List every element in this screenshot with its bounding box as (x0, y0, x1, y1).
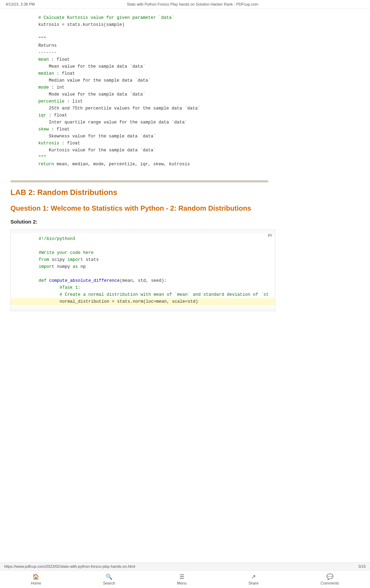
url-bar: https://www.pdfcup.com/2023/02/stats-wit… (0, 563, 370, 570)
home-icon: 🏠 (32, 573, 39, 580)
page-title: Stats with Python Fresco Play hands on S… (127, 2, 258, 6)
bottom-nav: 🏠 Home 🔍 Search ☰ Menu ↗ Share 💬 Comment… (0, 570, 370, 588)
nav-menu-label: Menu (177, 581, 187, 585)
question-heading: Question 1: Welcome to Statistics with P… (10, 203, 275, 213)
menu-icon: ☰ (179, 573, 184, 580)
nav-search-label: Search (103, 581, 115, 585)
nav-menu[interactable]: ☰ Menu (177, 573, 187, 585)
comments-icon: 💬 (326, 573, 333, 580)
page-number: 3/15 (359, 564, 366, 568)
nav-comments-label: Comments (321, 581, 339, 585)
code-line: Median value for the sample data `data` (10, 77, 275, 84)
code-line: percentile : list (10, 98, 275, 105)
code-line-task: #Task 1: (11, 284, 275, 291)
code-line-import1: from scipy import stats (11, 256, 275, 263)
share-icon: ↗ (251, 573, 256, 580)
code-line: # Calcuate Kurtosis value for given para… (10, 14, 275, 21)
code-line: Returns (10, 42, 275, 49)
code-line-blank2 (11, 270, 275, 277)
main-content: # Calcuate Kurtosis value for given para… (0, 9, 286, 318)
solution-heading: Solution 2: (10, 219, 275, 225)
nav-comments[interactable]: 💬 Comments (321, 573, 339, 585)
nav-share-label: Share (248, 581, 259, 585)
top-bar: 4/13/23, 3:38 PM Stats with Python Fresc… (0, 0, 370, 9)
code-line: mode : int (10, 84, 275, 91)
code-line-comment: #Write your code here (11, 249, 275, 256)
url-text: https://www.pdfcup.com/2023/02/stats-wit… (4, 564, 135, 568)
code-line-def: def compute_absolute_difference(mean, st… (11, 277, 275, 284)
code-line-highlight: normal_distribution = stats.norm(loc=mea… (11, 298, 275, 305)
code-line (10, 28, 275, 35)
code-line: kutrosis : float (10, 140, 275, 147)
code-line: median : float (10, 70, 275, 77)
code-line: 25th and 75th percentile values for the … (10, 105, 275, 112)
section-divider (10, 180, 268, 182)
code-line: """ (10, 35, 275, 42)
code-line: mean : float (10, 56, 275, 63)
code-line: Skewness value for the sample data `data… (10, 133, 275, 140)
code-line-import2: import numpy as np (11, 263, 275, 270)
code-line: """ (10, 154, 275, 161)
code-block-2: .py #!/bin/python3 #Write your code here… (10, 229, 275, 311)
code-line: ------- (10, 49, 275, 56)
nav-home-label: Home (31, 581, 41, 585)
nav-home[interactable]: 🏠 Home (31, 573, 41, 585)
code-line-shebang: #!/bin/python3 (11, 235, 275, 242)
code-line-task-desc: # Create a normal distribution with mean… (11, 291, 275, 298)
nav-search[interactable]: 🔍 Search (103, 573, 115, 585)
code-block-2-inner: #!/bin/python3 #Write your code here fro… (11, 233, 275, 307)
code-block-1: # Calcuate Kurtosis value for given para… (10, 12, 275, 170)
code-line: Mode value for the sample data `data` (10, 91, 275, 98)
code-line: iqr : float (10, 112, 275, 119)
search-icon: 🔍 (106, 573, 113, 580)
code-line: Kurtosis value for the sample data `data… (10, 147, 275, 154)
code-line-blank (11, 242, 275, 249)
code-line: skew : float (10, 126, 275, 133)
lab-heading: LAB 2: Random Distributions (10, 188, 275, 197)
code-line: kutrosis = stats.kurtosis(sample) (10, 21, 275, 28)
code-line: Inter quartile range value for the sampl… (10, 119, 275, 126)
code-line: Mean value for the sample data `data` (10, 63, 275, 70)
date-label: 4/13/23, 3:38 PM (6, 2, 35, 6)
code-line: return mean, median, mode, percentile, i… (10, 161, 275, 168)
nav-share[interactable]: ↗ Share (248, 573, 259, 585)
file-tag: .py (267, 233, 272, 237)
